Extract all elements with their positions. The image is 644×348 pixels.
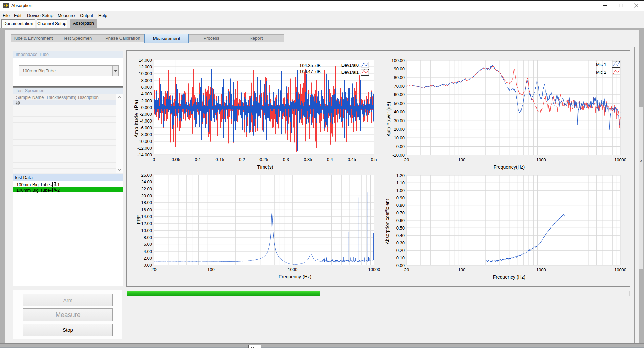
- svg-text:10000: 10000: [368, 267, 380, 272]
- svg-text:0.000: 0.000: [141, 105, 152, 110]
- svg-text:18.00: 18.00: [141, 200, 152, 205]
- svg-text:14.000: 14.000: [139, 58, 152, 63]
- svg-text:0.90: 0.90: [396, 195, 405, 200]
- svg-text:10000: 10000: [614, 157, 626, 162]
- svg-text:16.00: 16.00: [141, 207, 152, 212]
- svg-text:-10.000: -10.000: [137, 139, 152, 144]
- svg-text:4.000: 4.000: [141, 91, 152, 96]
- svg-text:-4.000: -4.000: [140, 118, 152, 124]
- svg-text:20: 20: [151, 267, 156, 272]
- svg-text:-12.000: -12.000: [137, 146, 152, 151]
- svg-text:Frequency(Hz): Frequency(Hz): [494, 164, 525, 170]
- svg-text:1000: 1000: [536, 267, 546, 273]
- svg-text:8.00: 8.00: [144, 235, 152, 240]
- svg-text:Mic 2: Mic 2: [596, 70, 606, 75]
- svg-text:100: 100: [207, 267, 215, 272]
- svg-text:70.00: 70.00: [394, 84, 405, 89]
- svg-text:6.00: 6.00: [144, 242, 152, 247]
- svg-text:0.05: 0.05: [172, 157, 180, 162]
- svg-text:Absorption coefficient: Absorption coefficient: [385, 199, 390, 244]
- svg-text:0.3: 0.3: [283, 157, 289, 162]
- svg-text:24.00: 24.00: [141, 179, 152, 184]
- svg-text:20.00: 20.00: [394, 127, 405, 132]
- svg-text:0.10: 0.10: [396, 255, 405, 260]
- svg-text:0.00: 0.00: [396, 144, 405, 149]
- svg-text:0.80: 0.80: [396, 203, 405, 208]
- svg-text:20.00: 20.00: [141, 193, 152, 198]
- svg-text:Dev1/ai1: Dev1/ai1: [341, 70, 359, 75]
- svg-text:0.15: 0.15: [216, 157, 224, 162]
- svg-text:1000: 1000: [536, 157, 546, 162]
- svg-text:0.35: 0.35: [304, 157, 312, 162]
- svg-text:100.00: 100.00: [391, 58, 405, 63]
- svg-text:0: 0: [153, 157, 155, 162]
- svg-text:20: 20: [404, 267, 409, 273]
- svg-text:1.00: 1.00: [396, 188, 405, 193]
- svg-text:0.4: 0.4: [327, 157, 333, 162]
- svg-text:Frequency (Hz): Frequency (Hz): [493, 274, 525, 280]
- svg-text:10.000: 10.000: [139, 71, 152, 76]
- svg-text:12.000: 12.000: [139, 64, 152, 69]
- svg-text:100: 100: [458, 267, 466, 273]
- svg-text:Dev1/ai0: Dev1/ai0: [341, 63, 359, 68]
- svg-text:0.00: 0.00: [396, 263, 405, 268]
- svg-text:22.00: 22.00: [141, 186, 152, 191]
- svg-text:6.000: 6.000: [141, 85, 152, 90]
- svg-text:2.000: 2.000: [141, 98, 152, 103]
- svg-text:80.00: 80.00: [394, 75, 405, 80]
- svg-text:50.00: 50.00: [394, 101, 405, 106]
- svg-text:1.10: 1.10: [396, 180, 405, 186]
- svg-text:90.00: 90.00: [394, 66, 405, 71]
- svg-text:0.2: 0.2: [239, 157, 245, 162]
- svg-text:106.47 dB: 106.47 dB: [299, 69, 321, 74]
- svg-text:Time(s): Time(s): [257, 164, 273, 170]
- svg-text:0.45: 0.45: [348, 157, 356, 162]
- svg-text:0.70: 0.70: [396, 210, 405, 215]
- svg-text:0.25: 0.25: [259, 157, 268, 162]
- svg-text:0.60: 0.60: [396, 218, 405, 223]
- svg-text:4.00: 4.00: [144, 249, 152, 254]
- svg-text:60.00: 60.00: [394, 92, 405, 97]
- svg-text:-2.000: -2.000: [140, 112, 152, 117]
- svg-text:Mic 1: Mic 1: [596, 62, 606, 67]
- svg-text:Frequency (Hz): Frequency (Hz): [279, 274, 311, 279]
- svg-text:40.00: 40.00: [394, 109, 405, 114]
- svg-text:1000: 1000: [288, 267, 297, 272]
- svg-text:0.50: 0.50: [396, 225, 405, 231]
- svg-text:8.000: 8.000: [141, 78, 152, 83]
- svg-text:104.35 dB: 104.35 dB: [299, 63, 321, 68]
- svg-text:10000: 10000: [614, 267, 626, 273]
- svg-text:FRF: FRF: [136, 215, 141, 224]
- svg-text:-6.000: -6.000: [140, 125, 152, 130]
- svg-text:14.00: 14.00: [141, 214, 152, 219]
- svg-text:100: 100: [458, 157, 466, 162]
- svg-text:0.30: 0.30: [396, 240, 405, 245]
- svg-text:0.5: 0.5: [371, 157, 377, 162]
- svg-text:30.00: 30.00: [394, 118, 405, 123]
- svg-text:10.00: 10.00: [141, 228, 152, 233]
- svg-text:2.00: 2.00: [144, 256, 152, 261]
- svg-text:Amplitude (Pa): Amplitude (Pa): [133, 100, 139, 138]
- svg-text:Auto Power (dB): Auto Power (dB): [386, 102, 391, 137]
- svg-text:12.00: 12.00: [141, 221, 152, 226]
- svg-text:0.00: 0.00: [144, 263, 152, 268]
- svg-text:10.00: 10.00: [394, 135, 405, 140]
- svg-text:-8.000: -8.000: [140, 132, 152, 137]
- svg-text:0.40: 0.40: [396, 233, 405, 238]
- svg-text:1.20: 1.20: [396, 173, 405, 178]
- svg-text:0.1: 0.1: [195, 157, 201, 162]
- svg-text:20: 20: [404, 157, 409, 162]
- svg-text:-10.00: -10.00: [392, 153, 405, 158]
- svg-text:26.00: 26.00: [141, 173, 152, 178]
- svg-text:0.20: 0.20: [396, 248, 405, 253]
- svg-text:-14.000: -14.000: [137, 152, 152, 157]
